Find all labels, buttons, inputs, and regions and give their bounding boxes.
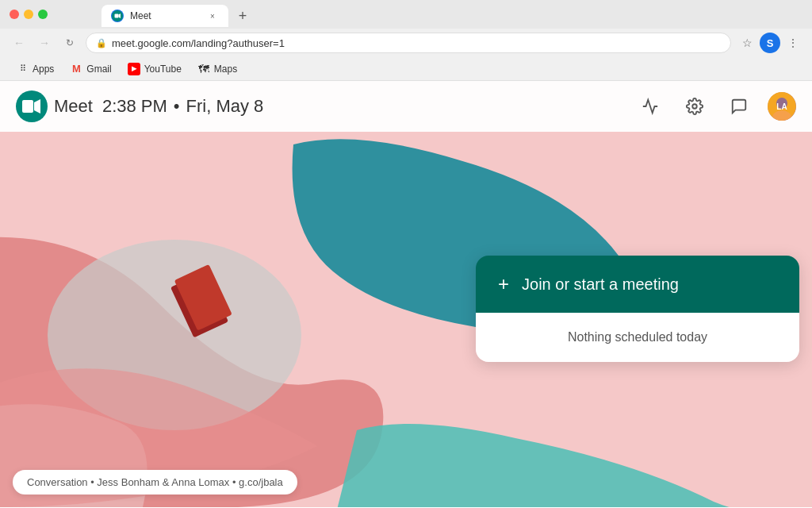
browser-tab-meet[interactable]: Meet × (102, 5, 228, 27)
svg-point-9 (692, 104, 697, 109)
meet-date: Fri, May 8 (186, 96, 264, 117)
title-bar: Meet × + (0, 0, 812, 29)
bookmark-apps[interactable]: ⠿ Apps (10, 60, 60, 78)
meet-separator: • (174, 96, 180, 117)
nothing-scheduled: Nothing scheduled today (476, 313, 799, 362)
join-meeting-label: Join or start a meeting (522, 275, 679, 294)
minimize-traffic-light[interactable] (24, 10, 33, 19)
meet-header-actions: LA (634, 90, 796, 122)
browser-chrome: Meet × + ← → ↻ 🔒 meet.google.com/landing… (0, 0, 812, 81)
nothing-scheduled-text: Nothing scheduled today (568, 330, 707, 344)
activity-button[interactable] (634, 90, 666, 122)
bookmark-youtube[interactable]: ▶ YouTube (121, 60, 188, 78)
chrome-profile-button[interactable]: S (760, 33, 780, 53)
gmail-icon: M (70, 63, 82, 75)
back-button: ← (10, 33, 29, 52)
bookmark-maps-label: Maps (214, 64, 237, 75)
svg-rect-7 (22, 100, 33, 113)
svg-rect-1 (115, 14, 119, 18)
svg-marker-8 (34, 99, 40, 114)
traffic-lights (10, 10, 48, 19)
settings-button[interactable] (679, 90, 710, 122)
address-bar: ← → ↻ 🔒 meet.google.com/landing?authuser… (0, 29, 812, 57)
conversation-bar-text: Conversation • Jess Bonham & Anna Lomax … (27, 476, 283, 488)
meet-header: Meet 2:38 PM • Fri, May 8 (0, 81, 812, 132)
apps-icon: ⠿ (16, 63, 29, 75)
bookmarks-bar: ⠿ Apps M Gmail ▶ YouTube 🗺 Maps (0, 57, 812, 81)
new-tab-button[interactable]: + (232, 5, 254, 27)
forward-button: → (35, 33, 54, 52)
chrome-menu-button[interactable]: ⋮ (783, 33, 802, 52)
tab-close-button[interactable]: × (206, 10, 219, 22)
bookmark-youtube-label: YouTube (144, 64, 182, 75)
join-meeting-button[interactable]: + Join or start a meeting (476, 256, 799, 313)
chrome-actions: ☆ S ⋮ (737, 33, 802, 53)
meet-title: Meet (54, 96, 93, 117)
bookmark-star-button[interactable]: ☆ (737, 33, 756, 52)
url-bar[interactable]: 🔒 meet.google.com/landing?authuser=1 (86, 33, 731, 53)
feedback-button[interactable] (723, 90, 755, 122)
bookmark-gmail[interactable]: M Gmail (63, 60, 117, 78)
svg-text:LA: LA (776, 102, 787, 111)
maximize-traffic-light[interactable] (38, 10, 48, 19)
conversation-bar[interactable]: Conversation • Jess Bonham & Anna Lomax … (13, 470, 297, 495)
bookmark-gmail-label: Gmail (86, 64, 111, 75)
user-avatar[interactable]: LA (768, 92, 796, 121)
meet-time: 2:38 PM (102, 96, 167, 117)
tab-favicon (111, 10, 124, 22)
url-text: meet.google.com/landing?authuser=1 (112, 37, 285, 49)
join-plus-icon: + (498, 273, 509, 295)
meet-card: + Join or start a meeting Nothing schedu… (476, 256, 799, 362)
youtube-icon: ▶ (128, 63, 140, 75)
lock-icon: 🔒 (96, 38, 107, 48)
bookmark-apps-label: Apps (33, 64, 54, 75)
meet-logo (16, 90, 48, 122)
reload-button[interactable]: ↻ (60, 33, 79, 52)
close-traffic-light[interactable] (10, 10, 19, 19)
bookmark-maps[interactable]: 🗺 Maps (191, 60, 243, 78)
app-area: Meet 2:38 PM • Fri, May 8 (0, 81, 812, 507)
maps-icon: 🗺 (197, 63, 210, 75)
tab-title: Meet (130, 10, 200, 21)
